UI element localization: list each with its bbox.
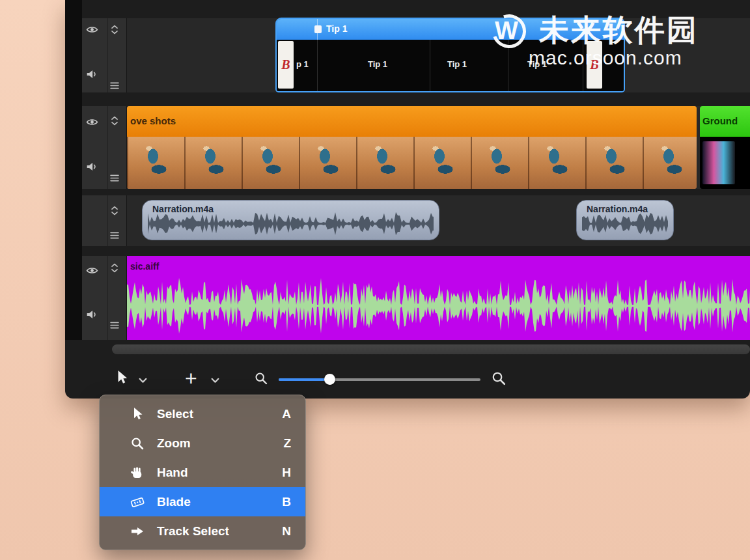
tool-menu-chevron-icon[interactable] bbox=[139, 378, 147, 384]
menu-item-label: Hand bbox=[157, 466, 282, 480]
select-arrow-icon bbox=[128, 407, 146, 421]
video-clip-name: ove shots bbox=[130, 115, 176, 126]
video-clip[interactable]: ove shots bbox=[127, 106, 697, 189]
select-tool-button[interactable] bbox=[115, 370, 129, 385]
video-clip-name: Ground bbox=[702, 115, 738, 126]
speaker-icon[interactable] bbox=[86, 161, 98, 172]
screen: Tip 1 B p 1 Tip 1 Tip 1 Tip 1 B ove shot… bbox=[0, 0, 750, 560]
hand-icon bbox=[128, 466, 146, 479]
magnifier-icon bbox=[128, 437, 146, 450]
video-filmstrip bbox=[127, 137, 697, 189]
menu-item-label: Zoom bbox=[157, 436, 283, 451]
title-segment-thumbnail: B bbox=[587, 41, 602, 89]
video-clip-header bbox=[127, 106, 697, 137]
menu-item-label: Track Select bbox=[157, 524, 282, 539]
collapse-chevrons-icon[interactable] bbox=[111, 263, 118, 273]
menu-item-shortcut: B bbox=[282, 495, 291, 509]
video-thumbnail bbox=[702, 141, 735, 184]
music-waveform bbox=[127, 277, 750, 335]
title-clip-name: Tip 1 bbox=[326, 23, 347, 34]
tool-selector-menu: Select A Zoom Z Hand H Blade B Track Sel… bbox=[99, 395, 306, 550]
title-clip-group[interactable]: Tip 1 B p 1 Tip 1 Tip 1 Tip 1 B bbox=[277, 19, 624, 91]
segment-divider bbox=[583, 40, 583, 91]
segment-divider bbox=[317, 40, 318, 91]
menu-item-label: Select bbox=[157, 407, 282, 421]
collapse-chevrons-icon[interactable] bbox=[111, 116, 118, 126]
music-clip[interactable]: sic.aiff bbox=[127, 256, 750, 340]
track-header-narration bbox=[82, 195, 127, 246]
audio-clip-narration[interactable]: Narration.m4a bbox=[142, 200, 439, 240]
menu-item-shortcut: H bbox=[282, 466, 291, 480]
collapse-chevrons-icon[interactable] bbox=[111, 206, 118, 216]
menu-item-track-select[interactable]: Track Select N bbox=[100, 516, 305, 546]
speaker-icon[interactable] bbox=[86, 69, 98, 79]
zoom-slider[interactable] bbox=[279, 378, 480, 381]
audio-waveform bbox=[582, 211, 668, 236]
title-clip-body[interactable]: B p 1 Tip 1 Tip 1 Tip 1 B bbox=[277, 40, 624, 91]
video-clip-ground[interactable]: Ground bbox=[700, 106, 750, 189]
video-editor-window: Tip 1 B p 1 Tip 1 Tip 1 Tip 1 B ove shot… bbox=[65, 0, 750, 399]
menu-item-shortcut: A bbox=[282, 407, 291, 421]
title-segment-label: p 1 bbox=[296, 59, 309, 69]
add-menu-chevron-icon[interactable] bbox=[211, 378, 219, 384]
plus-icon: + bbox=[185, 368, 197, 389]
menu-item-label: Blade bbox=[157, 495, 282, 509]
eye-icon[interactable] bbox=[86, 117, 98, 127]
title-segment-label: Tip 1 bbox=[527, 59, 547, 69]
title-segment-thumbnail: B bbox=[278, 41, 294, 89]
menu-item-select[interactable]: Select A bbox=[100, 399, 305, 428]
thumbnail-letter: B bbox=[590, 57, 598, 72]
speaker-icon[interactable] bbox=[86, 309, 98, 320]
blade-icon bbox=[128, 496, 146, 508]
title-segment-label: Tip 1 bbox=[368, 59, 387, 69]
eye-icon[interactable] bbox=[86, 266, 98, 275]
zoom-slider-thumb[interactable] bbox=[324, 374, 335, 385]
horizontal-scrollbar[interactable] bbox=[112, 344, 750, 354]
eye-icon[interactable] bbox=[86, 25, 98, 35]
menu-item-shortcut: Z bbox=[283, 436, 291, 451]
thumbnail-letter: B bbox=[281, 57, 290, 72]
title-clip-header[interactable]: Tip 1 bbox=[277, 19, 624, 40]
zoom-slider-fill bbox=[279, 378, 329, 381]
drag-handle-icon[interactable] bbox=[110, 322, 119, 329]
zoom-in-icon[interactable] bbox=[492, 371, 506, 385]
music-clip-name: sic.aiff bbox=[130, 261, 159, 272]
title-segment-label: Tip 1 bbox=[447, 59, 467, 69]
zoom-out-icon[interactable] bbox=[255, 372, 268, 385]
menu-item-blade[interactable]: Blade B bbox=[100, 487, 305, 516]
audio-clip-narration[interactable]: Narration.m4a bbox=[576, 200, 674, 240]
menu-item-shortcut: N bbox=[282, 524, 291, 539]
drag-handle-icon[interactable] bbox=[110, 82, 119, 89]
audio-waveform bbox=[148, 211, 434, 236]
menu-item-hand[interactable]: Hand H bbox=[100, 458, 305, 487]
collapse-chevrons-icon[interactable] bbox=[111, 25, 118, 35]
timeline-left-gutter bbox=[65, 0, 82, 340]
drag-handle-icon[interactable] bbox=[110, 175, 119, 182]
segment-divider bbox=[508, 40, 508, 91]
add-track-button[interactable]: + bbox=[185, 368, 197, 389]
drag-handle-icon[interactable] bbox=[110, 232, 119, 239]
menu-item-zoom[interactable]: Zoom Z bbox=[100, 428, 305, 458]
track-select-arrow-icon bbox=[128, 526, 146, 537]
segment-divider bbox=[430, 40, 430, 91]
title-thumbnail-chip bbox=[314, 25, 322, 33]
